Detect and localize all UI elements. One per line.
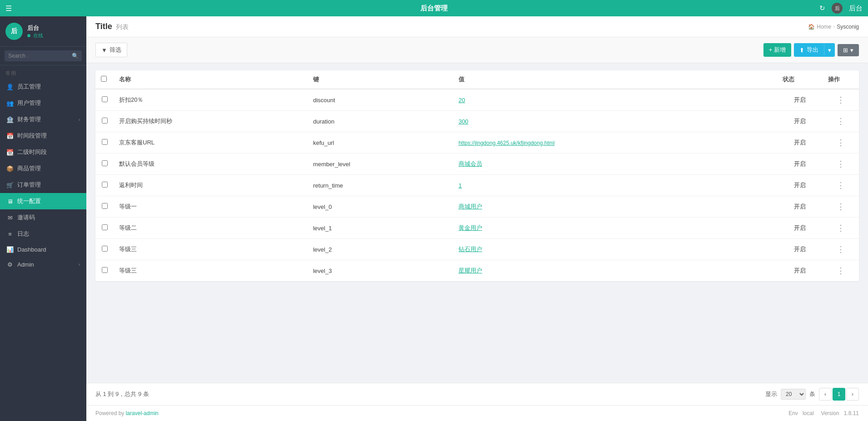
row-key: duration: [308, 111, 453, 132]
row-checkbox[interactable]: [102, 267, 108, 273]
row-checkbox[interactable]: [102, 182, 108, 188]
sidebar-item-orders[interactable]: 🛒 订单管理: [0, 177, 86, 193]
row-actions: ⋮: [823, 89, 859, 111]
export-button[interactable]: ⬆ 导出: [794, 43, 824, 57]
sidebar-section-label: 常用: [0, 65, 86, 79]
orders-icon: 🛒: [6, 182, 14, 188]
logs-icon: ≡: [6, 231, 14, 238]
row-action-menu-button[interactable]: ⋮: [834, 94, 848, 106]
row-action-menu-button[interactable]: ⋮: [834, 201, 848, 213]
select-all-checkbox[interactable]: [101, 76, 107, 82]
page-subtitle: 列表: [116, 23, 129, 31]
row-checkbox[interactable]: [102, 139, 108, 145]
search-wrapper: 🔍: [5, 50, 82, 61]
row-value[interactable]: 20: [453, 89, 777, 111]
sidebar-item-logs[interactable]: ≡ 日志: [0, 226, 86, 242]
breadcrumb-separator: ›: [833, 24, 835, 30]
row-action-menu-button[interactable]: ⋮: [834, 265, 848, 277]
framework-link[interactable]: laravel-admin: [126, 410, 159, 416]
sidebar-item-invites[interactable]: ✉ 邀请码: [0, 209, 86, 226]
pagination-right: 显示 20 10 50 100 条 ‹ 1 ›: [765, 388, 859, 401]
row-action-menu-button[interactable]: ⋮: [834, 222, 848, 234]
sidebar-item-goods[interactable]: 📦 商品管理: [0, 160, 86, 177]
pagination-info: 从 1 到 9，总共 9 条: [95, 390, 149, 398]
row-status: 开启: [777, 89, 823, 111]
row-action-menu-button[interactable]: ⋮: [834, 115, 848, 127]
row-name: 开启购买持续时间秒: [114, 111, 308, 132]
row-action-menu-button[interactable]: ⋮: [834, 179, 848, 191]
sidebar-item-timeslot[interactable]: 📅 时间段管理: [0, 128, 86, 144]
filter-button[interactable]: ▼ 筛选: [95, 43, 127, 57]
row-action-menu-button[interactable]: ⋮: [834, 158, 848, 170]
add-button[interactable]: + 新增: [763, 43, 791, 57]
row-actions: ⋮: [823, 196, 859, 218]
username-label[interactable]: 后台: [849, 4, 863, 13]
row-value[interactable]: 商城会员: [453, 154, 777, 175]
search-icon: 🔍: [72, 53, 79, 59]
row-checkbox[interactable]: [102, 96, 108, 102]
next-page-button[interactable]: ›: [846, 388, 859, 401]
toolbar-right: + 新增 ⬆ 导出 ▾ ⊞ ▾: [763, 43, 859, 57]
sidebar-item-admin[interactable]: ⚙ Admin ›: [0, 257, 86, 272]
chevron-down-icon: ▾: [850, 47, 853, 54]
page-header: Title 列表 🏠 Home › Sysconig: [86, 16, 868, 37]
row-key: kefu_url: [308, 132, 453, 154]
row-name: 默认会员等级: [114, 154, 308, 175]
col-action: 操作: [823, 70, 859, 89]
refresh-icon[interactable]: ↻: [819, 4, 825, 12]
table-row: 默认会员等级 member_level 商城会员 开启 ⋮: [95, 154, 859, 175]
row-status: 开启: [777, 239, 823, 260]
row-status: 开启: [777, 111, 823, 132]
pagination-bar: 从 1 到 9，总共 9 条 显示 20 10 50 100 条 ‹ 1 ›: [86, 383, 868, 405]
sidebar-item-sysconfig[interactable]: 🖥 统一配置: [0, 193, 86, 209]
profile-name: 后台: [27, 24, 43, 32]
columns-button[interactable]: ⊞ ▾: [838, 44, 859, 56]
sidebar-item-users[interactable]: 👥 用户管理: [0, 95, 86, 111]
sidebar-item-label: 二级时间段: [17, 148, 80, 156]
sidebar-item-dashboard[interactable]: 📊 Dashboard: [0, 242, 86, 257]
row-status: 开启: [777, 260, 823, 282]
row-name: 返利时间: [114, 175, 308, 196]
finance-icon: 🏦: [6, 116, 14, 123]
powered-by-text: Powered by: [95, 410, 126, 416]
row-value[interactable]: 300: [453, 111, 777, 132]
breadcrumb: 🏠 Home › Sysconig: [808, 24, 859, 30]
menu-icon[interactable]: ☰: [5, 4, 12, 13]
invites-icon: ✉: [6, 214, 14, 221]
row-value[interactable]: 钻石用户: [453, 239, 777, 260]
select-all-col: [95, 70, 114, 89]
table-row: 等级二 level_1 黄金用户 开启 ⋮: [95, 218, 859, 239]
row-value[interactable]: https://jingdong.4625.uk/kfjingdong.html: [453, 132, 777, 154]
row-value[interactable]: 黄金用户: [453, 218, 777, 239]
search-input[interactable]: [5, 50, 82, 61]
row-action-menu-button[interactable]: ⋮: [834, 243, 848, 255]
prev-page-button[interactable]: ‹: [819, 388, 832, 401]
row-action-menu-button[interactable]: ⋮: [834, 137, 848, 149]
row-checkbox[interactable]: [102, 224, 108, 230]
page-1-button[interactable]: 1: [833, 388, 845, 401]
timeslot-icon: 📅: [6, 133, 14, 139]
row-value[interactable]: 星耀用户: [453, 260, 777, 282]
sidebar-item-staff[interactable]: 👤 员工管理: [0, 79, 86, 95]
user-avatar-icon[interactable]: 后: [832, 3, 843, 14]
row-value[interactable]: 1: [453, 175, 777, 196]
row-checkbox[interactable]: [102, 118, 108, 124]
sidebar-item-timeslot2[interactable]: 📆 二级时间段: [0, 144, 86, 160]
sidebar-item-finance[interactable]: 🏦 财务管理 ›: [0, 111, 86, 128]
sidebar: 后 后台 在线 🔍 常用 👤 员工管理 👥 用户管理 �: [0, 16, 86, 421]
row-checkbox[interactable]: [102, 203, 108, 209]
users-icon: 👥: [6, 100, 14, 107]
row-checkbox[interactable]: [102, 160, 108, 166]
home-icon: 🏠: [808, 24, 815, 30]
version-info: Version 1.8.11: [821, 410, 859, 416]
row-checkbox-cell: [95, 154, 114, 175]
table-row: 返利时间 return_time 1 开启 ⋮: [95, 175, 859, 196]
export-dropdown-button[interactable]: ▾: [824, 43, 835, 57]
page-size-select[interactable]: 20 10 50 100: [781, 389, 806, 400]
row-checkbox[interactable]: [102, 246, 108, 252]
row-actions: ⋮: [823, 132, 859, 154]
staff-icon: 👤: [6, 84, 14, 90]
breadcrumb-home[interactable]: Home: [817, 24, 831, 30]
row-value[interactable]: 商城用户: [453, 196, 777, 218]
page-header-left: Title 列表: [95, 22, 129, 31]
